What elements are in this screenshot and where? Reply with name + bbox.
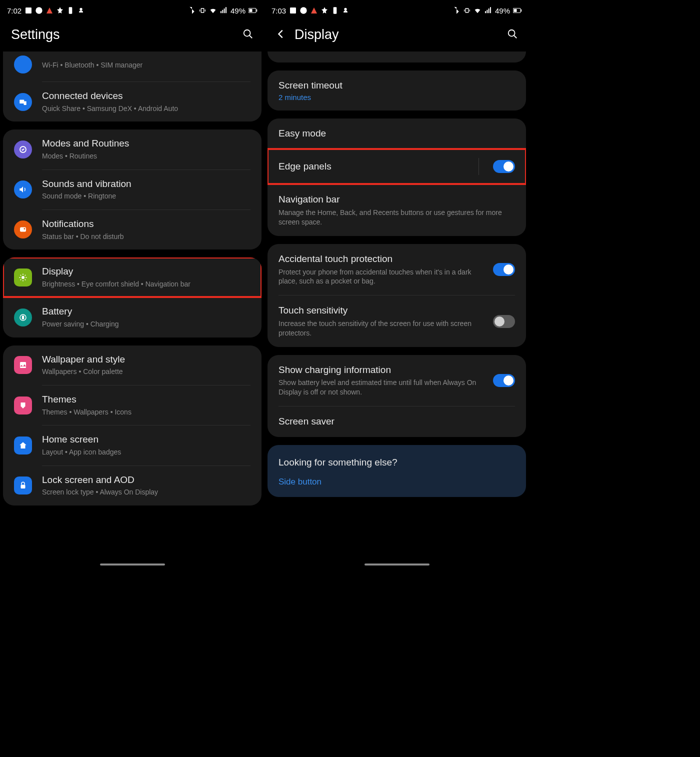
vibrate-icon <box>463 6 471 14</box>
display-header: Display <box>264 18 529 52</box>
themes-icon <box>14 396 32 414</box>
item-title: Modes and Routines <box>42 138 250 150</box>
settings-item-home[interactable]: Home screen Layout • App icon badges <box>3 426 262 465</box>
settings-item-wallpaper[interactable]: Wallpaper and style Wallpapers • Color p… <box>3 346 262 385</box>
settings-item-display[interactable]: Display Brightness • Eye comfort shield … <box>3 258 262 297</box>
wifi-icon <box>474 6 482 14</box>
settings-item-lock[interactable]: Lock screen and AOD Screen lock type • A… <box>3 466 262 506</box>
bluetooth-icon <box>188 6 196 14</box>
svg-rect-2 <box>69 7 72 14</box>
display-icon <box>14 268 32 286</box>
vibrate-icon <box>198 6 206 14</box>
item-title: Sounds and vibration <box>42 178 250 190</box>
touch-sensitivity-toggle[interactable] <box>493 315 515 328</box>
settings-item-notifications[interactable]: Notifications Status bar • Do not distur… <box>3 210 262 250</box>
settings-item-connections[interactable]: Wi-Fi • Bluetooth • SIM manager <box>3 52 262 82</box>
back-button[interactable] <box>276 28 286 42</box>
settings-item-battery[interactable]: Battery Power saving • Charging <box>3 298 262 337</box>
status-icons-left <box>289 6 350 14</box>
settings-item-themes[interactable]: Themes Themes • Wallpapers • Icons <box>3 386 262 425</box>
display-item-charging-info[interactable]: Show charging information Show battery l… <box>268 355 526 406</box>
footer-card: Looking for something else? Side button <box>268 445 526 497</box>
home-icon <box>14 436 32 454</box>
svg-rect-5 <box>250 9 252 12</box>
settings-item-connected-devices[interactable]: Connected devices Quick Share • Samsung … <box>3 82 262 122</box>
item-title: Home screen <box>42 434 250 446</box>
easy-edge-nav-card: Easy mode Edge panels Navigation bar Man… <box>268 118 526 236</box>
search-button[interactable] <box>242 28 254 42</box>
display-card: Display Brightness • Eye comfort shield … <box>3 258 262 338</box>
svg-rect-26 <box>21 485 26 489</box>
svg-rect-32 <box>514 9 517 12</box>
wallpaper-card: Wallpaper and style Wallpapers • Color p… <box>3 346 262 506</box>
accidental-touch-toggle[interactable] <box>493 263 515 276</box>
svg-rect-25 <box>20 362 26 368</box>
item-sub: Wallpapers • Color palette <box>42 367 250 377</box>
svg-point-14 <box>22 276 24 279</box>
charging-card: Show charging information Show battery l… <box>268 355 526 437</box>
item-title: Touch sensitivity <box>278 304 486 317</box>
modes-icon <box>14 140 32 158</box>
display-item-touch-sensitivity[interactable]: Touch sensitivity Increase the touch sen… <box>268 296 526 346</box>
svg-point-13 <box>24 228 26 230</box>
item-title: Screen saver <box>278 416 515 428</box>
home-indicator[interactable] <box>100 564 165 566</box>
item-title: Show charging information <box>278 364 486 376</box>
item-title: Screen timeout <box>278 80 515 92</box>
svg-line-22 <box>25 275 26 276</box>
timeout-card: Screen timeout 2 minutes <box>268 70 526 110</box>
svg-rect-6 <box>256 10 258 12</box>
footer-title: Looking for something else? <box>278 457 515 468</box>
svg-point-3 <box>80 8 82 10</box>
signal-icon <box>484 6 492 14</box>
display-item-accidental-touch[interactable]: Accidental touch protection Protect your… <box>268 244 526 295</box>
battery-icon <box>513 7 522 14</box>
status-battery: 49% <box>495 6 510 15</box>
display-item-easy-mode[interactable]: Easy mode <box>268 118 526 149</box>
item-sub: Sound mode • Ringtone <box>42 192 250 202</box>
svg-rect-29 <box>334 7 337 14</box>
bluetooth-icon <box>452 6 460 14</box>
item-value: 2 minutes <box>278 93 515 102</box>
item-desc: Manage the Home, Back, and Recents butto… <box>278 208 515 227</box>
svg-line-21 <box>20 280 22 280</box>
item-title: Easy mode <box>278 128 515 140</box>
item-title: Accidental touch protection <box>278 253 486 266</box>
settings-item-modes[interactable]: Modes and Routines Modes • Routines <box>3 130 262 169</box>
sound-icon <box>14 180 32 198</box>
status-time: 7:03 <box>272 6 286 15</box>
svg-rect-12 <box>20 228 26 232</box>
settings-item-sounds[interactable]: Sounds and vibration Sound mode • Ringto… <box>3 170 262 210</box>
svg-rect-33 <box>521 10 522 12</box>
item-title: Edge panels <box>278 160 472 173</box>
display-settings-screen: 7:03 49% Display <box>264 0 529 569</box>
svg-point-1 <box>36 7 42 14</box>
side-button-link[interactable]: Side button <box>278 477 515 487</box>
item-sub: Quick Share • Samsung DeX • Android Auto <box>42 104 250 114</box>
display-item-navigation-bar[interactable]: Navigation bar Manage the Home, Back, an… <box>268 184 526 236</box>
settings-screen: 7:02 49% Settings <box>0 0 264 569</box>
item-title: Lock screen and AOD <box>42 474 250 486</box>
battery-settings-icon <box>14 308 32 326</box>
item-desc: Protect your phone from accidental touch… <box>278 268 486 286</box>
svg-rect-27 <box>290 8 296 14</box>
settings-header: Settings <box>0 18 264 52</box>
item-sub: Modes • Routines <box>42 152 250 162</box>
status-icons-left <box>24 6 85 14</box>
svg-line-8 <box>250 35 252 38</box>
display-item-screen-saver[interactable]: Screen saver <box>268 406 526 437</box>
display-item-edge-panels[interactable]: Edge panels <box>268 149 526 184</box>
search-button[interactable] <box>507 28 518 42</box>
item-title: Wallpaper and style <box>42 354 250 366</box>
status-icons-right <box>452 6 492 14</box>
connections-icon <box>14 56 32 74</box>
svg-rect-9 <box>20 100 24 104</box>
item-sub: Status bar • Do not disturb <box>42 232 250 242</box>
charging-info-toggle[interactable] <box>493 374 515 387</box>
svg-line-19 <box>20 275 22 276</box>
display-item-screen-timeout[interactable]: Screen timeout 2 minutes <box>268 70 526 110</box>
home-indicator[interactable] <box>364 564 430 566</box>
edge-panels-toggle[interactable] <box>493 160 515 173</box>
item-sub: Layout • App icon badges <box>42 448 250 458</box>
item-title: Themes <box>42 394 250 406</box>
